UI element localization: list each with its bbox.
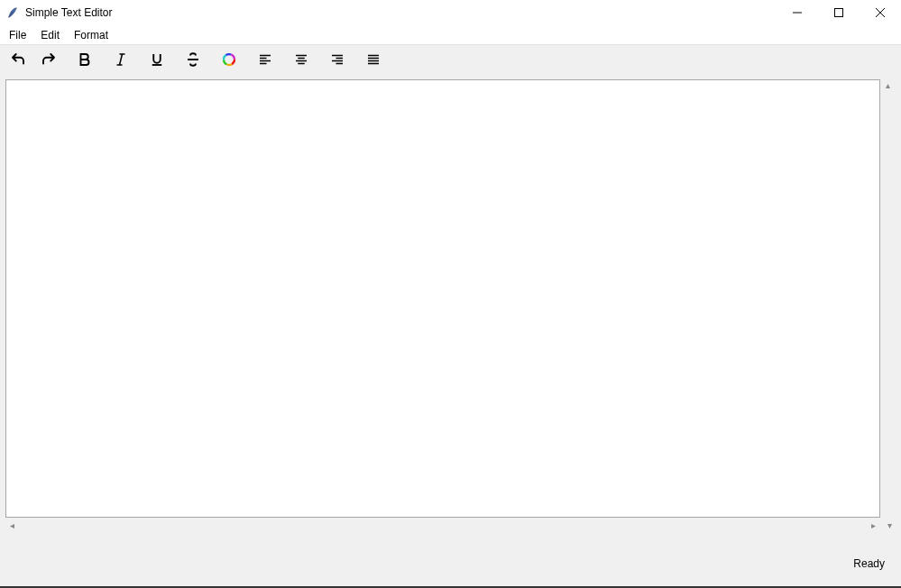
horizontal-scrollbar[interactable]: ◂ ▸ ▾ [0, 518, 901, 533]
bold-icon [77, 51, 93, 68]
menu-format[interactable]: Format [67, 27, 115, 43]
underline-icon [149, 51, 165, 68]
scroll-right-icon[interactable]: ▸ [867, 520, 879, 530]
align-right-icon [329, 51, 345, 68]
scroll-down-icon[interactable]: ▾ [883, 520, 896, 530]
close-button[interactable] [860, 0, 901, 25]
color-button[interactable] [216, 49, 242, 70]
redo-button[interactable] [36, 49, 61, 70]
undo-button[interactable] [5, 49, 31, 70]
bold-button[interactable] [72, 49, 97, 70]
scroll-up-icon[interactable]: ▴ [886, 79, 890, 92]
strikethrough-icon [185, 51, 201, 68]
menu-edit[interactable]: Edit [33, 27, 67, 43]
strikethrough-button[interactable] [180, 49, 206, 70]
vertical-scrollbar[interactable]: ▴ [880, 79, 896, 518]
status-bar: Ready [0, 533, 901, 586]
align-justify-icon [365, 51, 382, 68]
app-feather-icon [5, 5, 20, 20]
color-wheel-icon [221, 51, 237, 68]
status-text: Ready [853, 557, 885, 570]
align-justify-button[interactable] [361, 49, 386, 70]
italic-icon [113, 51, 129, 68]
align-left-button[interactable] [253, 49, 278, 70]
align-right-button[interactable] [325, 49, 350, 70]
svg-line-6 [120, 54, 123, 65]
text-editor[interactable] [5, 79, 880, 518]
menu-file[interactable]: File [2, 27, 33, 43]
italic-button[interactable] [108, 49, 133, 70]
undo-icon [10, 51, 26, 68]
editor-area: ▴ [0, 74, 901, 518]
align-center-button[interactable] [289, 49, 314, 70]
window-title: Simple Text Editor [25, 6, 113, 19]
align-center-icon [293, 51, 309, 68]
window-controls [777, 0, 901, 25]
maximize-button[interactable] [818, 0, 860, 25]
svg-rect-1 [835, 9, 843, 17]
menubar: File Edit Format [0, 25, 901, 45]
minimize-button[interactable] [777, 0, 818, 25]
titlebar: Simple Text Editor [0, 0, 901, 25]
align-left-icon [257, 51, 273, 68]
redo-icon [41, 51, 57, 68]
toolbar [0, 45, 901, 74]
underline-button[interactable] [144, 49, 170, 70]
scroll-left-icon[interactable]: ◂ [5, 520, 18, 530]
